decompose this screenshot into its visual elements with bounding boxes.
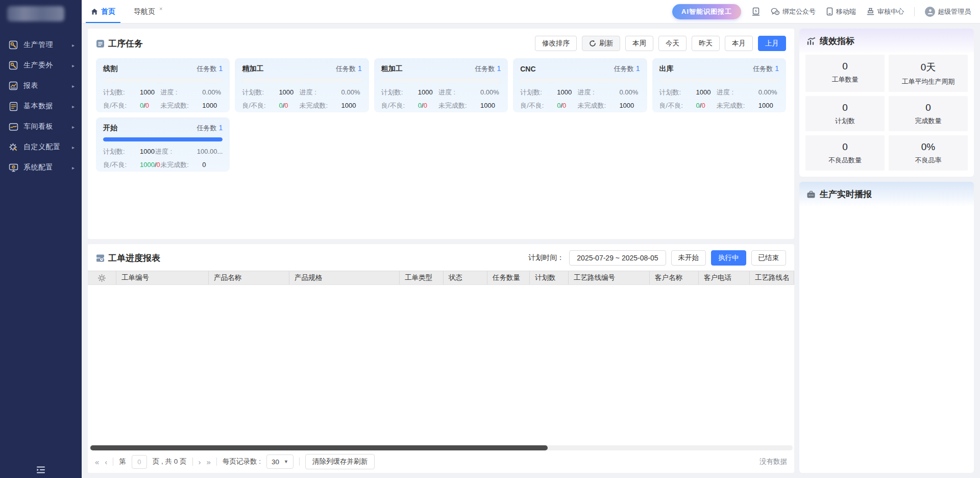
kpi-title: 绩效指标 [820,35,854,47]
column-route-name[interactable]: 工艺路线名 [750,271,794,284]
main-content: 工序任务 修改排序 刷新 本周 今天 昨天 本月 上月 线割 [82,23,980,478]
sidebar-menu: 生产管理 ▸ 生产委外 ▸ 报表 ▸ 基本数据 ▸ [0,35,82,178]
today-button[interactable]: 今天 [658,36,687,51]
collapse-sidebar-icon[interactable] [0,466,82,474]
table-header: 工单编号 产品名称 产品规格 工单类型 状态 任务数量 计划数 工艺路线编号 客… [88,271,794,285]
table-body-empty [88,285,794,445]
ai-image-report-button[interactable]: AI智能识图报工 [672,4,741,19]
sidebar-item-production-outsourcing[interactable]: 生产委外 ▸ [0,55,82,76]
column-customer-name[interactable]: 客户名称 [650,271,699,284]
page-total-label: 页 , 共 0 页 [153,457,187,466]
audit-center-link[interactable]: 审核中心 [866,7,904,16]
charging-station-icon[interactable] [751,7,761,16]
bind-official-account-link[interactable]: 绑定公众号 [771,7,816,16]
column-order-type[interactable]: 工单类型 [400,271,444,284]
finished-filter-button[interactable]: 已结束 [751,250,787,266]
scrollbar-thumb[interactable] [90,445,548,450]
task-cards: 线割 任务数1 计划数:1000进度 :0.00% 良/不良:0/0未完成数:1… [96,58,786,172]
column-customer-phone[interactable]: 客户电话 [699,271,750,284]
tab-navigation-page[interactable]: 导航页 × [125,0,172,23]
sidebar: 生产管理 ▸ 生产委外 ▸ 报表 ▸ 基本数据 ▸ [0,0,82,478]
horizontal-scrollbar[interactable] [89,445,793,450]
plan-time-label: 计划时间： [528,253,564,262]
kpi-defect-rate: 0%不良品率 [889,135,968,171]
column-route-no[interactable]: 工艺路线编号 [569,271,650,284]
report-clock-icon [96,254,105,262]
column-plan-count[interactable]: 计划数 [530,271,569,284]
progress-bar [242,78,361,82]
right-column: 绩效指标 0工单数量 0天工单平均生产周期 0计划数 0完成数量 0不良品数量 … [799,29,974,473]
sidebar-item-custom-config[interactable]: 自定义配置 ▸ [0,137,82,157]
divider [216,458,217,466]
column-settings-gear-icon[interactable] [88,271,116,284]
chevron-right-icon: ▸ [72,42,75,48]
task-card-outbound[interactable]: 出库 任务数1 计划数:1000进度 :0.00% 良/不良:0/0未完成数:1… [652,58,786,112]
close-icon[interactable]: × [159,6,162,12]
mobile-icon [826,7,834,16]
pagination-bar: « ‹ 第 页 , 共 0 页 › » 每页记录数 : 30 ▼ 清除列缓存并刷… [88,450,794,473]
stamp-icon [866,7,875,16]
chevron-right-icon: ▸ [72,124,75,130]
task-card-rough-machining[interactable]: 粗加工 任务数1 计划数:1000进度 :0.00% 良/不良:0/0未完成数:… [374,58,508,112]
monitor-gear-icon [8,162,18,173]
sidebar-item-production-management[interactable]: 生产管理 ▸ [0,35,82,55]
kpi-completed-count: 0完成数量 [889,96,968,131]
per-page-select[interactable]: 30 ▼ [266,455,293,469]
briefcase-icon [806,190,816,199]
this-month-button[interactable]: 本月 [725,36,753,51]
per-page-label: 每页记录数 : [223,457,261,466]
gear-wrench-icon [8,142,18,152]
column-work-order-no[interactable]: 工单编号 [116,271,209,284]
dashboard-icon [8,122,18,132]
task-card-wire-cut[interactable]: 线割 任务数1 计划数:1000进度 :0.00% 良/不良:0/0未完成数:1… [96,58,230,112]
work-order-report-title: 工单进度报表 [108,252,160,264]
sidebar-item-basic-data[interactable]: 基本数据 ▸ [0,96,82,116]
wrench-icon [8,40,18,50]
app-logo [7,6,64,21]
sidebar-item-system-config[interactable]: 系统配置 ▸ [0,157,82,178]
first-page-button[interactable]: « [95,458,99,466]
divider [192,458,193,466]
column-status[interactable]: 状态 [444,271,487,284]
sidebar-item-reports[interactable]: 报表 ▸ [0,76,82,96]
refresh-icon [589,40,596,47]
chart-icon [8,81,18,91]
refresh-button[interactable]: 刷新 [582,36,620,51]
live-broadcast-title: 生产实时播报 [820,188,872,200]
page-number-input[interactable] [132,455,147,469]
chevron-right-icon: ▸ [72,165,75,171]
caret-down-icon: ▼ [284,459,288,464]
mobile-link[interactable]: 移动端 [826,7,856,16]
empty-state-text: 没有数据 [760,457,787,466]
task-card-start[interactable]: 开始 任务数1 计划数:1000进度 :100.00... 良/不良:1000/… [96,117,230,172]
column-task-count[interactable]: 任务数量 [487,271,530,284]
wrench-icon [8,60,18,70]
yesterday-button[interactable]: 昨天 [692,36,720,51]
in-progress-filter-button[interactable]: 执行中 [711,250,746,266]
next-page-button[interactable]: › [199,458,201,466]
process-tasks-panel: 工序任务 修改排序 刷新 本周 今天 昨天 本月 上月 线割 [88,29,794,239]
not-started-filter-button[interactable]: 未开始 [671,250,706,266]
progress-bar [381,78,501,82]
tab-home[interactable]: 首页 [82,0,125,23]
this-week-button[interactable]: 本周 [625,36,653,51]
modify-sort-button[interactable]: 修改排序 [535,36,577,51]
date-range-picker[interactable]: 2025-07-29 ~ 2025-08-05 [569,250,666,266]
task-card-fine-machining[interactable]: 精加工 任务数1 计划数:1000进度 :0.00% 良/不良:0/0未完成数:… [235,58,369,112]
task-card-cnc[interactable]: CNC 任务数1 计划数:1000进度 :0.00% 良/不良:0/0未完成数:… [513,58,647,112]
kpi-defect-count: 0不良品数量 [805,135,885,171]
clear-cache-refresh-button[interactable]: 清除列缓存并刷新 [305,454,375,469]
document-icon [8,101,18,111]
sidebar-item-workshop-board[interactable]: 车间看板 ▸ [0,116,82,137]
last-page-button[interactable]: » [207,458,211,466]
work-order-report-panel: 工单进度报表 计划时间： 2025-07-29 ~ 2025-08-05 未开始… [88,244,794,473]
chevron-right-icon: ▸ [72,63,75,68]
wechat-icon [771,8,780,16]
progress-bar [659,78,779,82]
prev-page-button[interactable]: ‹ [105,458,107,466]
chevron-right-icon: ▸ [72,83,75,89]
column-product-name[interactable]: 产品名称 [209,271,289,284]
user-menu[interactable]: 超级管理员 [925,7,971,17]
last-month-button[interactable]: 上月 [758,36,786,51]
column-product-spec[interactable]: 产品规格 [289,271,400,284]
